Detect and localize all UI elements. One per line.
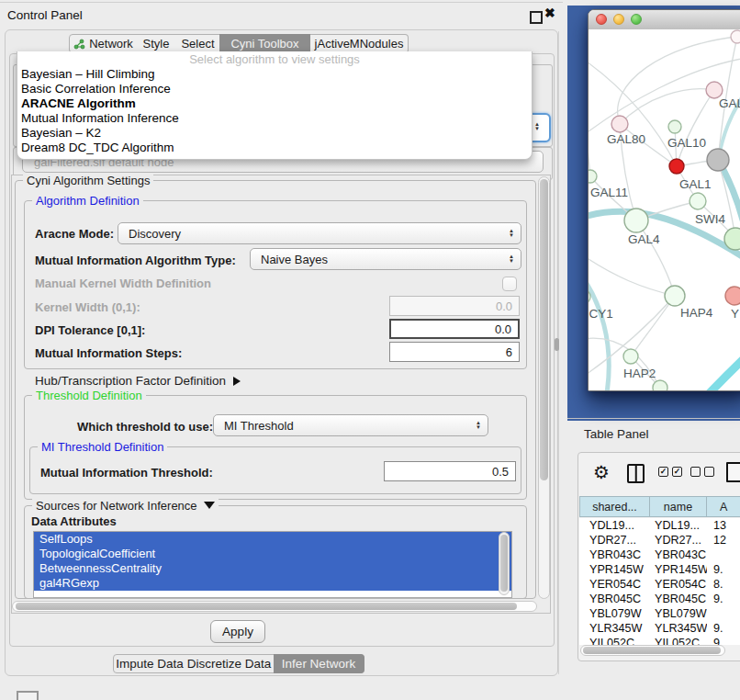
cell-name: YIL052C: [650, 636, 707, 645]
table-row[interactable]: YPR145W YPR145W 9.: [579, 562, 740, 577]
tab-cyni-toolbox[interactable]: Cyni Toolbox: [219, 34, 311, 53]
kernel-width-field[interactable]: 0.0: [389, 296, 520, 316]
export-table-icon[interactable]: [726, 462, 740, 482]
algorithm-option[interactable]: Dream8 DC_TDC Algorithm: [17, 141, 532, 155]
cell-name: YBR045C: [650, 592, 707, 606]
scrollbar-thumb[interactable]: [583, 647, 721, 654]
mi-type-combo[interactable]: Naive Bayes ▲▼: [250, 248, 521, 270]
column-header-clipped[interactable]: A: [707, 496, 740, 517]
panel-splitter[interactable]: [558, 31, 559, 674]
network-node[interactable]: [623, 349, 638, 364]
network-edge: [702, 351, 740, 390]
cell-name: YBR043C: [650, 548, 707, 562]
network-node-label: GAL10: [667, 136, 706, 150]
network-node[interactable]: [725, 287, 740, 305]
tab-label: Infer Network: [282, 657, 355, 671]
tab-label: jActiveMNodules: [315, 37, 404, 51]
network-node[interactable]: [624, 209, 648, 232]
which-threshold-combo[interactable]: MI Threshold ▲▼: [213, 414, 488, 436]
table-row[interactable]: YIL052C YIL052C 9: [579, 636, 740, 645]
network-node[interactable]: [653, 380, 667, 390]
network-node-label: HAP4: [680, 306, 713, 320]
network-node[interactable]: [669, 159, 684, 174]
scrollbar-thumb[interactable]: [540, 179, 548, 480]
data-attribute-option[interactable]: TopologicalCoefficient: [34, 547, 511, 561]
network-node-label: Y: [731, 307, 739, 321]
mi-type-label: Mutual Information Algorithm Type:: [35, 254, 236, 267]
data-attribute-option[interactable]: BetweennessCentrality: [34, 561, 511, 576]
network-canvas[interactable]: GALGAL80GAL10GAL1GAL11GAL4SWI4GCY1HAP4YH…: [589, 29, 740, 390]
close-icon[interactable]: ✖: [544, 6, 555, 20]
apply-button[interactable]: Apply: [210, 620, 265, 643]
table-row[interactable]: YLR345W YLR345W 9.: [579, 621, 740, 636]
cell-name: YBL079W: [650, 606, 707, 621]
cell-shared-name: YBR043C: [579, 548, 650, 562]
scrollbar-thumb[interactable]: [500, 535, 508, 592]
gear-icon[interactable]: ⚙: [593, 462, 610, 482]
table-row[interactable]: YDR27... YDR27... 12: [579, 533, 740, 548]
divider: [567, 418, 740, 419]
algorithm-option[interactable]: ARACNE Algorithm: [17, 96, 532, 111]
table-row[interactable]: YBL079W YBL079W: [579, 606, 740, 621]
window-titlebar[interactable]: [589, 10, 740, 30]
network-node[interactable]: [731, 30, 740, 43]
algorithm-option[interactable]: Bayesian – Hill Climbing: [17, 67, 532, 82]
mi-threshold-field[interactable]: 0.5: [384, 461, 516, 481]
manual-kernel-checkbox[interactable]: [502, 277, 517, 291]
dpi-tolerance-field[interactable]: 0.0: [389, 319, 520, 339]
tab-impute-data[interactable]: Impute Data: [113, 654, 186, 673]
network-node[interactable]: [724, 228, 740, 250]
tab-jactivemnodules[interactable]: jActiveMNodules: [310, 34, 409, 53]
aracne-mode-combo[interactable]: Discovery ▲▼: [118, 222, 521, 244]
column-header-name[interactable]: name: [650, 496, 707, 517]
network-node[interactable]: [665, 286, 685, 306]
close-window-button[interactable]: [596, 14, 607, 25]
zoom-window-button[interactable]: [631, 14, 642, 25]
sources-group-title[interactable]: Sources for Network Inference: [32, 499, 219, 513]
network-node[interactable]: [589, 170, 597, 183]
algorithm-option[interactable]: Basic Correlation Inference: [17, 82, 532, 96]
cell-shared-name: YIL052C: [579, 636, 650, 645]
network-node-label: SWI4: [695, 212, 725, 226]
minimized-panel-icon[interactable]: [17, 691, 39, 700]
mi-steps-field[interactable]: 6: [389, 342, 520, 362]
table-row[interactable]: YER054C YER054C 8.: [579, 577, 740, 592]
network-node[interactable]: [707, 149, 729, 171]
cell-name: YLR345W: [650, 621, 707, 636]
tab-infer-network[interactable]: Infer Network: [274, 654, 364, 673]
network-node-label: GCY1: [589, 307, 613, 321]
data-attribute-option[interactable]: gal4RGexp: [34, 576, 511, 591]
tab-network[interactable]: Network: [69, 34, 138, 53]
table-row[interactable]: YDL19... YDL19... 13: [579, 518, 740, 533]
data-attribute-option[interactable]: SelfLoops: [34, 532, 511, 547]
cell-value: 13: [707, 518, 740, 533]
network-node[interactable]: [668, 120, 681, 133]
network-view-window[interactable]: GALGAL80GAL10GAL1GAL11GAL4SWI4GCY1HAP4YH…: [588, 9, 740, 391]
hub-section-header[interactable]: Hub/Transcription Factor Definition: [35, 374, 241, 388]
splitter-grip[interactable]: [555, 338, 559, 351]
network-node-label: GAL80: [607, 132, 645, 146]
table-row[interactable]: YBR045C YBR045C 9.: [579, 592, 740, 606]
network-node[interactable]: [611, 116, 628, 132]
tab-style[interactable]: Style: [136, 34, 177, 53]
column-header-shared-name[interactable]: shared...: [579, 496, 650, 517]
tab-select[interactable]: Select: [176, 34, 220, 53]
combo-value: Naive Bayes: [261, 253, 509, 266]
tab-label: Impute Data: [116, 657, 184, 671]
unselect-all-columns-icon[interactable]: [690, 467, 714, 477]
algorithm-option[interactable]: Mutual Information Inference: [17, 111, 532, 126]
network-icon: [73, 39, 85, 50]
cell-name: YPR145W: [650, 562, 707, 577]
cell-name: YER054C: [650, 577, 707, 592]
columns-icon[interactable]: [627, 464, 645, 483]
tab-discretize-data[interactable]: Discretize Data: [185, 654, 275, 673]
minimize-window-button[interactable]: [613, 14, 624, 25]
algorithm-option[interactable]: Bayesian – K2: [17, 126, 532, 141]
group-title: Cyni Algorithm Settings: [23, 174, 153, 187]
select-all-columns-icon[interactable]: ✓✓: [658, 467, 682, 477]
float-panel-icon[interactable]: [530, 11, 543, 24]
table-row[interactable]: YBR043C YBR043C: [579, 548, 740, 562]
hub-section-label: Hub/Transcription Factor Definition: [35, 374, 226, 388]
network-node[interactable]: [690, 193, 706, 209]
scrollbar-thumb[interactable]: [16, 603, 517, 610]
